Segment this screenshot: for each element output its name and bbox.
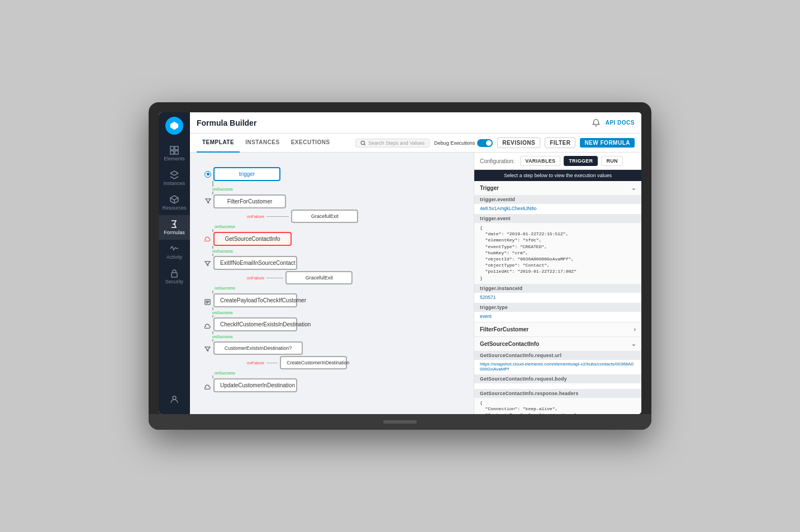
accordion-trigger-body: trigger.eventId 4e8.5v1AmgkLChex6JN8o tr… [474,195,641,322]
api-node[interactable]: GetSourceContactInfo [213,232,292,246]
right-panel: Configuration: VARIABLES TRIGGER RUN Sel… [474,153,641,414]
cloud-icon [204,236,211,243]
field-value-body [474,383,641,389]
field-label-type: trigger.type [474,303,641,312]
filter-icon-2 [204,259,211,265]
payload-row: CreatePayloadToCheckIfCustomer [204,293,297,307]
exit-node[interactable]: ExitIfNoEmailInSourceContact [213,256,297,270]
laptop-notch [383,420,417,424]
accordion-filter-header[interactable]: FilterForCustomer › [474,322,641,336]
svg-rect-4 [175,151,178,154]
on-success-label-5: onSuccess [204,310,233,315]
flow-canvas: trigger onSuccess [199,162,465,398]
filter-node[interactable]: FilterForCustomer [213,194,286,208]
laptop-base [149,414,651,430]
check-node[interactable]: CheckIfCustomerExistsInDestination [213,317,297,331]
field-value-url: https://snapshot.cloud-elements.com/elem… [474,360,641,374]
bell-icon[interactable] [592,119,600,127]
svg-rect-3 [170,151,174,154]
on-success-label-6: onSuccess [204,334,233,339]
api-row: GetSourceContactInfo [204,232,292,246]
accordion-trigger-header[interactable]: Trigger ⌄ [474,181,641,195]
exit-section: ExitIfNoEmailInSourceContact onFailure G… [213,256,353,291]
filter-icon [204,197,211,204]
tab-instances[interactable]: INSTANCES [240,134,285,153]
field-value-eventid: 4e8.5v1AmgkLChex6JN8o [474,204,641,214]
on-success-label-2: onSuccess [213,224,235,229]
decision-row: CustomerExistsInDestination? onFailure C… [204,341,347,376]
chevron-down-source: ⌄ [631,341,636,347]
filter-section: FilterForCustomer onFailure GracefulExit [213,194,358,229]
config-bar: Configuration: VARIABLES TRIGGER RUN [474,153,641,170]
trigger-button[interactable]: TRIGGER [564,156,598,166]
search-icon [360,140,366,146]
decision-node[interactable]: CustomerExistsInDestination? [213,341,303,355]
trigger-row: trigger [204,167,280,181]
sidebar-logo[interactable] [165,117,183,135]
graceful-node-2[interactable]: GracefulExit [285,271,353,284]
graceful-node-1[interactable]: GracefulExit [291,210,358,223]
failure-branch-2: onFailure GracefulExit [213,271,353,284]
canvas-area[interactable]: trigger onSuccess [190,153,474,414]
grid-icon [170,146,179,155]
field-label-url: GetSourceContactInfo.request.url [474,351,641,360]
logo-icon [169,121,179,131]
new-formula-button[interactable]: NEW FORMULA [580,138,635,148]
revisions-button[interactable]: REVISIONS [497,137,540,148]
svg-rect-2 [175,146,178,150]
on-success-label-3: onSuccess [204,249,233,254]
user-avatar[interactable] [159,391,190,410]
tab-executions[interactable]: EXECUTIONS [285,134,336,153]
accordion-filter: FilterForCustomer › [474,322,641,337]
sidebar-item-security[interactable]: Security [159,264,190,289]
api-docs-button[interactable]: API DOCS [606,120,635,126]
field-value-event: { "date": "2019-01-22T22:15:51Z", "eleme… [474,223,641,284]
activity-icon [170,244,179,253]
field-label-instanceid: trigger.instanceId [474,284,641,293]
on-success-label-4: onSuccess [213,286,353,291]
update-row: UpdateCustomerInDestination [204,378,297,392]
field-label-body: GetSourceContactInfo.request.body [474,374,641,383]
accordion-trigger: Trigger ⌄ trigger.eventId 4e8.5v1AmgkLCh… [474,181,641,322]
svg-point-7 [361,141,364,144]
header-icons: API DOCS [592,119,635,127]
sidebar-item-formulas[interactable]: Formulas [159,215,190,240]
svg-rect-1 [170,146,174,150]
on-success-label-1: onSuccess [204,187,233,192]
create-customer-node[interactable]: CreateCustomerInDestination [280,356,347,369]
panel-scroll[interactable]: Trigger ⌄ trigger.eventId 4e8.5v1AmgkLCh… [474,181,641,414]
trigger-node[interactable]: trigger [213,167,280,181]
accordion-source-body: GetSourceContactInfo.request.url https:/… [474,351,641,414]
run-button[interactable]: RUN [601,156,622,166]
payload-node[interactable]: CreatePayloadToCheckIfCustomer [213,293,297,307]
decision-section: CustomerExistsInDestination? onFailure C… [213,341,347,376]
check-icon [204,321,211,328]
variables-button[interactable]: VARIABLES [520,156,560,166]
field-value-type: event [474,312,641,322]
sidebar-item-resources[interactable]: Resources [159,191,190,215]
v-connector-1 [212,181,213,187]
formula-icon [170,220,179,229]
on-success-label-7: onSuccess [213,370,347,376]
failure-branch-3: onFailure CreateCustomerInDestination [213,356,347,369]
debug-toggle-switch[interactable] [477,139,493,147]
main-content: Formula Builder API DOCS TEMPLATE INSTAN… [190,112,641,414]
filter-row: FilterForCustomer onFailure GracefulExit [204,194,358,229]
sidebar-bottom [159,391,190,414]
field-label-eventid: trigger.eventId [474,195,641,204]
sidebar-item-activity[interactable]: Activity [159,240,190,264]
filter-button[interactable]: FILTER [545,137,575,148]
exec-info-bar: Select a step below to view the executio… [474,170,641,181]
svg-rect-5 [172,273,177,277]
search-box[interactable]: Search Steps and Values [355,139,430,148]
tab-template[interactable]: TEMPLATE [197,134,240,153]
update-node[interactable]: UpdateCustomerInDestination [213,378,297,392]
accordion-source-header[interactable]: GetSourceContactInfo ⌄ [474,337,641,351]
sidebar-item-instances[interactable]: Instances [159,166,190,191]
decision-icon [204,344,211,351]
accordion-get-source: GetSourceContactInfo ⌄ GetSourceContactI… [474,337,641,414]
field-value-instanceid: 520571 [474,293,641,303]
field-label-event: trigger.event [474,214,641,223]
sidebar-item-elements[interactable]: Elements [159,141,190,166]
config-label: Configuration: [480,158,515,164]
